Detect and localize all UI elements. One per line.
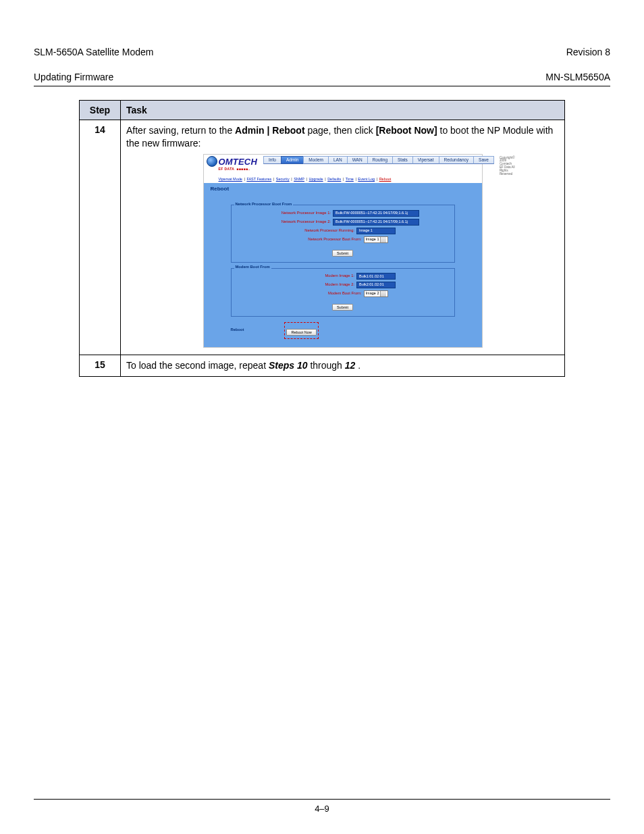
modem-boot-select[interactable]: Image 2	[364, 290, 389, 297]
tab-info[interactable]: Info	[263, 156, 281, 165]
table-row: 15 To load the second image, repeat Step…	[80, 355, 565, 376]
tab-stats[interactable]: Stats	[392, 156, 413, 165]
reboot-highlight: Reboot Now	[284, 322, 318, 339]
subnav-vipersat-mode[interactable]: Vipersat Mode	[219, 177, 242, 181]
logo-text: OMTECH	[219, 156, 258, 168]
col-step: Step	[80, 100, 121, 120]
np-boot-select[interactable]: Image 1	[364, 236, 389, 243]
tab-wan[interactable]: WAN	[347, 156, 368, 165]
page-number: 4–9	[315, 804, 329, 814]
reboot-panel: Reboot Reboot Now	[231, 322, 455, 339]
field-label: Modem Image 1:	[290, 273, 354, 279]
field-value: Image 1	[356, 228, 396, 234]
subnav-snmp[interactable]: SNMP	[294, 177, 304, 181]
table-row: 14 After saving, return to the Admin | R…	[80, 120, 565, 355]
field-value: Bulk:FW-0000051--17:42:21 04/17/09;1.6.1…	[333, 219, 419, 226]
tab-vipersat[interactable]: Vipersat	[412, 156, 439, 165]
col-task: Task	[121, 100, 565, 120]
np-boot-panel: Network Processor Boot From Network Proc…	[231, 205, 455, 262]
field-label: Modem Image 2:	[290, 282, 354, 288]
subnav-upgrade[interactable]: Upgrade	[309, 177, 323, 181]
reboot-now-button[interactable]: Reboot Now	[286, 329, 316, 336]
reboot-legend: Reboot	[231, 328, 244, 333]
field-label: Network Processor Image 1:	[266, 211, 331, 216]
modem-submit-button[interactable]: Submit	[332, 304, 353, 311]
subnav-reboot[interactable]: Reboot	[379, 177, 392, 181]
doc-title-right-2: MN-SLM5650A	[545, 72, 610, 82]
field-label: Network Processor Image 2:	[266, 219, 331, 225]
embedded-screenshot: OMTECH EF DATA ■■■■■.. InfoAdminModemLAN…	[203, 154, 483, 348]
subnav-defaults[interactable]: Defaults	[327, 177, 341, 181]
subnav-security[interactable]: Security	[276, 177, 290, 181]
modem-select-label: Modem Boot From:	[297, 291, 362, 296]
modem-legend: Modem Boot From	[234, 265, 271, 270]
top-nav: InfoAdminModemLANWANRoutingStatsVipersat…	[264, 156, 494, 165]
page-header: SLM-5650A Satellite Modem Updating Firmw…	[34, 34, 610, 83]
tab-modem[interactable]: Modem	[303, 156, 329, 165]
field-value: Bulk1:01.02.01	[356, 273, 396, 280]
sub-nav: Vipersat Mode | FAST Features | Security…	[204, 176, 482, 182]
header-rule	[34, 86, 610, 86]
step-14-task: After saving, return to the Admin | Rebo…	[121, 120, 565, 355]
field-value: Bulk:FW-0000051--17:42:21 04/17/09;1.6.1…	[333, 210, 419, 217]
step-15-num: 15	[80, 355, 121, 376]
doc-title-left-1: SLM-5650A Satellite Modem	[34, 47, 153, 57]
doc-title-right-1: Revision 8	[566, 47, 610, 57]
logo-subtext-1: EF DATA	[219, 167, 235, 172]
step-14-num: 14	[80, 120, 121, 355]
logo-subtext-2: ■■■■■..	[236, 167, 250, 172]
subnav-event-log[interactable]: Event Log	[358, 177, 375, 181]
tab-redundancy[interactable]: Redundancy	[439, 156, 475, 165]
field-value: Bulk2:01.02.01	[356, 282, 396, 288]
np-submit-button[interactable]: Submit	[332, 250, 353, 257]
tab-admin[interactable]: Admin	[281, 156, 304, 165]
copyright: Copyright© 2009 Comtech EF Data All Righ…	[500, 157, 515, 177]
globe-icon	[207, 156, 217, 167]
logo: OMTECH	[207, 156, 258, 168]
tab-routing[interactable]: Routing	[367, 156, 393, 165]
page-title: Reboot	[211, 186, 478, 193]
modem-boot-panel: Modem Boot From Modem Image 1:Bulk1:01.0…	[231, 268, 455, 317]
np-select-label: Network Processor Boot From:	[297, 237, 362, 242]
doc-title-left-2: Updating Firmware	[34, 72, 113, 82]
field-label: Network Processor Running:	[290, 228, 354, 234]
tab-lan[interactable]: LAN	[328, 156, 348, 165]
steps-table: Step Task 14 After saving, return to the…	[79, 100, 565, 377]
subnav-fast-features[interactable]: FAST Features	[246, 177, 271, 181]
subnav-time[interactable]: Time	[346, 177, 354, 181]
step-15-task: To load the second image, repeat Steps 1…	[121, 355, 565, 376]
tab-save[interactable]: Save	[473, 156, 494, 165]
np-legend: Network Processor Boot From	[234, 202, 294, 207]
page-footer: 4–9	[34, 799, 610, 814]
